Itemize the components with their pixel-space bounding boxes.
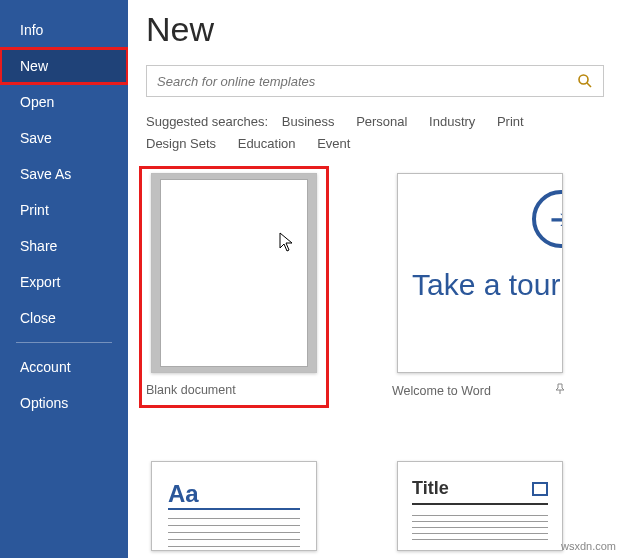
suggested-searches: Suggested searches: Business Personal In… bbox=[146, 111, 604, 155]
sidebar-item-share[interactable]: Share bbox=[0, 228, 128, 264]
template-grid: Blank document ➔ Take a tour Welcome to … bbox=[146, 173, 604, 551]
cursor-icon bbox=[279, 232, 295, 257]
sidebar-item-save[interactable]: Save bbox=[0, 120, 128, 156]
search-icon bbox=[577, 73, 593, 89]
svg-line-1 bbox=[587, 83, 591, 87]
sidebar-item-close[interactable]: Close bbox=[0, 300, 128, 336]
sidebar-item-new[interactable]: New bbox=[0, 48, 128, 84]
arrow-right-icon: ➔ bbox=[532, 190, 563, 248]
template-preview-text: Title bbox=[412, 478, 449, 499]
pin-icon[interactable] bbox=[554, 383, 568, 398]
sidebar-item-account[interactable]: Account bbox=[0, 349, 128, 385]
suggested-industry[interactable]: Industry bbox=[429, 111, 475, 133]
square-icon bbox=[532, 482, 548, 496]
suggested-education[interactable]: Education bbox=[238, 133, 296, 155]
suggested-print[interactable]: Print bbox=[497, 111, 524, 133]
search-button[interactable] bbox=[567, 66, 603, 96]
suggested-design-sets[interactable]: Design Sets bbox=[146, 133, 216, 155]
preview-lines-icon bbox=[412, 515, 548, 540]
template-search bbox=[146, 65, 604, 97]
preview-lines-icon bbox=[168, 518, 300, 551]
sidebar-item-options[interactable]: Options bbox=[0, 385, 128, 421]
template-welcome-to-word[interactable]: ➔ Take a tour Welcome to Word bbox=[392, 173, 568, 401]
sidebar-item-export[interactable]: Export bbox=[0, 264, 128, 300]
suggested-event[interactable]: Event bbox=[317, 133, 350, 155]
template-search-input[interactable] bbox=[147, 66, 567, 96]
template-label: Welcome to Word bbox=[392, 384, 491, 398]
sidebar-item-print[interactable]: Print bbox=[0, 192, 128, 228]
sidebar-item-open[interactable]: Open bbox=[0, 84, 128, 120]
template-blank-document[interactable]: Blank document bbox=[146, 173, 322, 401]
sidebar-divider bbox=[16, 342, 112, 343]
suggested-label: Suggested searches: bbox=[146, 114, 268, 129]
main-panel: New Suggested searches: Business Persona… bbox=[128, 0, 622, 558]
template-single-spaced[interactable]: Aa bbox=[146, 461, 322, 551]
sidebar-item-info[interactable]: Info bbox=[0, 12, 128, 48]
template-preview-text: Aa bbox=[168, 480, 300, 510]
tour-heading: Take a tour bbox=[398, 268, 562, 301]
template-label: Blank document bbox=[146, 383, 236, 397]
svg-point-0 bbox=[579, 75, 588, 84]
template-title[interactable]: Title bbox=[392, 461, 568, 551]
watermark: wsxdn.com bbox=[561, 540, 616, 552]
suggested-business[interactable]: Business bbox=[282, 111, 335, 133]
page-title: New bbox=[146, 10, 604, 49]
backstage-sidebar: Info New Open Save Save As Print Share E… bbox=[0, 0, 128, 558]
suggested-personal[interactable]: Personal bbox=[356, 111, 407, 133]
sidebar-item-save-as[interactable]: Save As bbox=[0, 156, 128, 192]
